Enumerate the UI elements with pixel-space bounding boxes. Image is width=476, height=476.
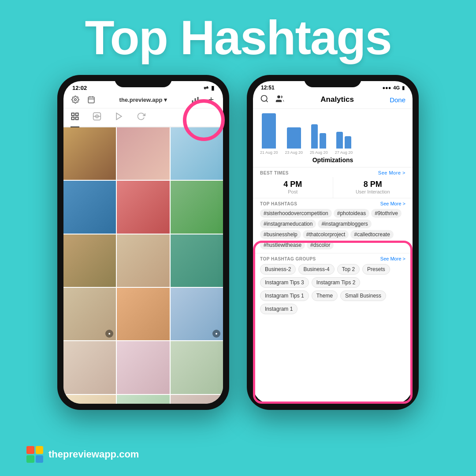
photo-cell: ●	[63, 288, 116, 340]
group-item[interactable]: Instagram Tips 3	[260, 277, 309, 288]
see-more-hashtags[interactable]: See More >	[380, 201, 405, 206]
app-logo	[26, 446, 43, 463]
svg-line-19	[266, 100, 268, 102]
right-time: 12:51	[261, 85, 275, 91]
see-more-groups[interactable]: See More >	[380, 256, 405, 261]
wifi-icon: ⇌	[204, 85, 208, 91]
chart-label-4: 27 Aug 20	[335, 150, 353, 155]
chart-bar-4b	[345, 136, 351, 149]
done-button[interactable]: Done	[390, 96, 405, 104]
double-bar	[336, 132, 351, 149]
top-hashtags-section: TOP HASHTAGS See More > #sisterhoodoverc…	[253, 198, 413, 251]
hashtags-list: #sisterhoodovercompetition #photoideas #…	[260, 209, 405, 249]
photo-cell	[63, 127, 116, 180]
photo-cell	[171, 181, 223, 233]
hashtag-item[interactable]: #hustlewithease	[260, 241, 305, 249]
chart-bar-group: 25 Aug 20	[310, 124, 328, 155]
photo-cell: ●	[117, 395, 169, 404]
post-time: 4 PM	[260, 180, 326, 189]
chart-label-3: 25 Aug 20	[310, 150, 328, 155]
double-bar	[311, 124, 326, 149]
group-item[interactable]: Instagram 1	[260, 304, 298, 314]
hashtag-groups-section: TOP HASHTAG GROUPS See More > Business-2…	[253, 253, 413, 316]
photo-cell	[171, 395, 223, 404]
right-notch	[304, 75, 361, 87]
group-item[interactable]: Top 2	[337, 264, 360, 275]
tab-grid[interactable]	[71, 108, 79, 127]
best-times-header: BEST TIMES See More >	[253, 167, 413, 177]
photo-grid: ● ● ● ●	[63, 127, 223, 404]
battery-icon: ▮	[402, 85, 405, 91]
svg-point-18	[261, 96, 267, 101]
photo-cell	[63, 341, 116, 394]
people-icon[interactable]	[275, 94, 285, 105]
see-more-times[interactable]: See More >	[378, 170, 405, 175]
left-time: 12:02	[72, 85, 87, 91]
analytics-icon[interactable]	[190, 95, 200, 104]
groups-header: TOP HASHTAG GROUPS See More >	[260, 256, 405, 261]
svg-rect-1	[88, 97, 94, 103]
calendar-icon[interactable]	[86, 95, 96, 104]
hashtag-item[interactable]: #businesshelp	[260, 230, 301, 239]
add-icon[interactable]	[206, 95, 216, 104]
hashtag-item[interactable]: #calledtocreate	[350, 230, 393, 239]
right-header: Analytics Done	[253, 93, 413, 109]
logo-bottom-right	[36, 455, 44, 463]
right-phone: 12:51 ●●● 4G ▮	[247, 75, 419, 410]
right-status-icons: ●●● 4G ▮	[382, 85, 405, 91]
photo-cell	[171, 234, 223, 287]
chart-bar-3b	[320, 133, 326, 149]
search-icon[interactable]	[260, 94, 269, 105]
hashtag-item[interactable]: #thatcolorproject	[303, 230, 349, 239]
group-item[interactable]: Business-2	[260, 264, 296, 275]
group-item[interactable]: Instagram Tips 1	[260, 290, 309, 301]
hashtag-item[interactable]: #instagrameducation	[260, 219, 316, 228]
right-screen: 12:51 ●●● 4G ▮	[253, 81, 413, 404]
chart-bar-1	[262, 113, 276, 149]
hashtag-item[interactable]: #instagrambloggers	[318, 219, 371, 228]
photo-cell	[171, 341, 223, 394]
group-item[interactable]: Theme	[312, 290, 338, 301]
tab-reels[interactable]	[93, 108, 101, 126]
battery-icon: ▮	[211, 85, 214, 91]
group-item[interactable]: Small Business	[340, 290, 386, 301]
svg-rect-10	[72, 113, 74, 116]
photo-cell	[63, 181, 116, 233]
hashtag-item[interactable]: #9tothrive	[371, 209, 402, 218]
optimizations-title: Optimizations	[253, 155, 413, 167]
group-item[interactable]: Business-4	[298, 264, 334, 275]
hashtag-item[interactable]: #sisterhoodovercompetition	[260, 209, 332, 218]
logo-bottom-left	[26, 455, 34, 463]
svg-point-0	[74, 99, 77, 101]
phones-container: 12:02 ⇌ ▮	[0, 62, 476, 410]
hashtag-item[interactable]: #photoideas	[334, 209, 369, 218]
svg-rect-6	[195, 98, 196, 103]
logo-top-right	[36, 446, 44, 454]
svg-rect-12	[72, 117, 74, 120]
groups-list: Business-2 Business-4 Top 2 Presets Inst…	[260, 264, 405, 314]
toolbar-left-icons	[71, 95, 96, 104]
group-item[interactable]: Instagram Tips 2	[312, 277, 361, 288]
interaction-time: 8 PM	[340, 180, 406, 189]
svg-rect-11	[76, 113, 78, 116]
account-name[interactable]: the.preview.app ▾	[119, 97, 167, 103]
nav-tabs	[63, 108, 223, 127]
chart-bar-group: 21 Aug 20	[260, 113, 278, 155]
timer-icon: ●	[212, 330, 220, 338]
signal-icon: ●●●	[382, 85, 391, 90]
photo-cell: ●	[63, 395, 116, 404]
best-times-section: 4 PM Post 8 PM User Interaction	[253, 177, 413, 198]
settings-icon[interactable]	[71, 95, 80, 104]
group-item[interactable]: Presets	[362, 264, 390, 275]
best-times-label: BEST TIMES	[260, 171, 289, 175]
page-title: Top Hashtags	[0, 0, 476, 62]
tab-refresh[interactable]	[137, 108, 145, 126]
header-left-icons	[260, 94, 285, 105]
status-icons: ⇌ ▮	[204, 85, 214, 91]
tab-play[interactable]	[115, 108, 123, 126]
footer-website: thepreviewapp.com	[48, 449, 139, 460]
hashtag-item[interactable]: #dscolor	[307, 241, 334, 249]
photo-cell	[117, 127, 169, 180]
chart-label-2: 23 Aug 20	[285, 150, 303, 155]
photo-cell: ●	[171, 288, 223, 340]
